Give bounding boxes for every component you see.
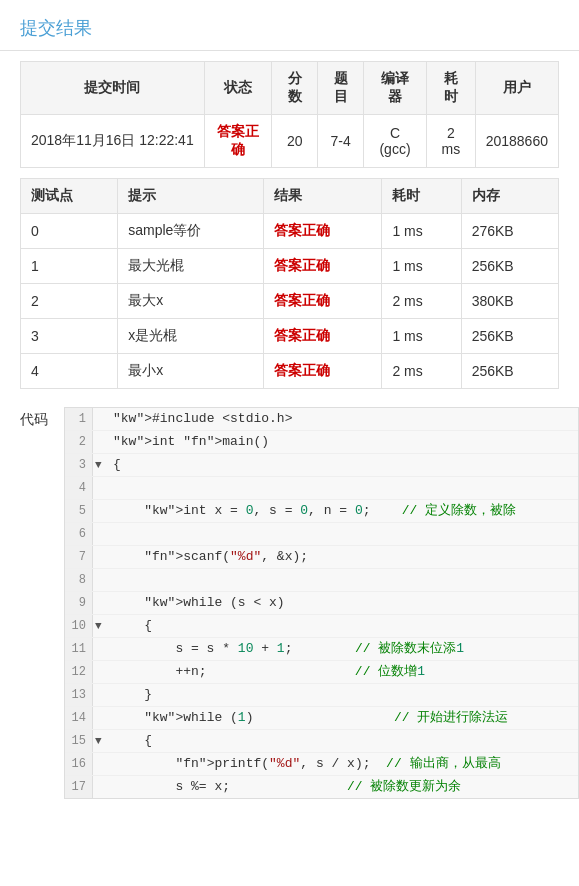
test-points-section: 测试点 提示 结果 耗时 内存 0 sample等价 答案正确 1 ms 276… (0, 168, 579, 389)
test-hint: 最大x (118, 284, 263, 319)
test-mem: 256KB (461, 249, 558, 284)
line-number: 10 (65, 615, 93, 637)
submission-summary-section: 提交时间 状态 分数 题目 编译器 耗时 用户 2018年11月16日 12:2… (0, 51, 579, 168)
line-number: 1 (65, 408, 93, 430)
col-header-mem: 内存 (461, 179, 558, 214)
test-points-table: 测试点 提示 结果 耗时 内存 0 sample等价 答案正确 1 ms 276… (20, 178, 559, 389)
line-number: 6 (65, 523, 93, 545)
line-code: } (107, 684, 158, 706)
code-line: 7 "fn">scanf("%d", &x); (65, 546, 578, 569)
line-arrow: ▼ (93, 454, 107, 476)
line-code: "kw">while (1) // 开始进行除法运 (107, 707, 514, 729)
test-id: 1 (21, 249, 118, 284)
test-mem: 256KB (461, 354, 558, 389)
test-time: 2 ms (382, 354, 461, 389)
test-result: 答案正确 (263, 249, 382, 284)
test-hint: sample等价 (118, 214, 263, 249)
test-hint: 最大光棍 (118, 249, 263, 284)
code-line: 15▼ { (65, 730, 578, 753)
code-line: 16 "fn">printf("%d", s / x); // 输出商，从最高 (65, 753, 578, 776)
submission-score: 20 (272, 115, 318, 168)
test-id: 0 (21, 214, 118, 249)
code-line: 6 (65, 523, 578, 546)
line-number: 17 (65, 776, 93, 798)
test-result: 答案正确 (263, 319, 382, 354)
col-header-time: 耗时 (382, 179, 461, 214)
line-number: 12 (65, 661, 93, 683)
test-result: 答案正确 (263, 354, 382, 389)
submission-status: 答案正确 (204, 115, 271, 168)
line-code: ++n; // 位数增1 (107, 661, 431, 683)
col-header-compiler: 编译器 (364, 62, 427, 115)
line-number: 14 (65, 707, 93, 729)
test-id: 3 (21, 319, 118, 354)
col-header-user: 用户 (475, 62, 558, 115)
test-mem: 276KB (461, 214, 558, 249)
submission-time: 2018年11月16日 12:22:41 (21, 115, 205, 168)
code-box[interactable]: 1"kw">#include <stdio.h>2"kw">int "fn">m… (64, 407, 579, 799)
test-time: 1 ms (382, 214, 461, 249)
code-label: 代码 (20, 407, 52, 429)
line-code: "fn">scanf("%d", &x); (107, 546, 314, 568)
line-number: 8 (65, 569, 93, 591)
test-time: 1 ms (382, 319, 461, 354)
test-result: 答案正确 (263, 214, 382, 249)
line-code: s %= x; // 被除数更新为余 (107, 776, 467, 798)
line-code: "kw">while (s < x) (107, 592, 291, 614)
code-line: 3▼{ (65, 454, 578, 477)
line-number: 4 (65, 477, 93, 499)
line-number: 7 (65, 546, 93, 568)
col-header-problem: 题目 (318, 62, 364, 115)
line-code: { (107, 730, 158, 752)
col-header-timecost: 耗时 (426, 62, 475, 115)
test-id: 2 (21, 284, 118, 319)
line-number: 15 (65, 730, 93, 752)
code-section: 代码 1"kw">#include <stdio.h>2"kw">int "fn… (0, 397, 579, 799)
code-line: 2"kw">int "fn">main() (65, 431, 578, 454)
submission-compiler: C (gcc) (364, 115, 427, 168)
code-line: 8 (65, 569, 578, 592)
code-line: 4 (65, 477, 578, 500)
code-line: 11 s = s * 10 + 1; // 被除数末位添1 (65, 638, 578, 661)
col-header-time: 提交时间 (21, 62, 205, 115)
line-arrow: ▼ (93, 615, 107, 637)
line-number: 11 (65, 638, 93, 660)
test-result: 答案正确 (263, 284, 382, 319)
test-time: 1 ms (382, 249, 461, 284)
line-number: 9 (65, 592, 93, 614)
test-id: 4 (21, 354, 118, 389)
line-code: "fn">printf("%d", s / x); // 输出商，从最高 (107, 753, 507, 775)
code-line: 5 "kw">int x = 0, s = 0, n = 0; // 定义除数，… (65, 500, 578, 523)
line-arrow: ▼ (93, 730, 107, 752)
table-row: 2 最大x 答案正确 2 ms 380KB (21, 284, 559, 319)
submission-table: 提交时间 状态 分数 题目 编译器 耗时 用户 2018年11月16日 12:2… (20, 61, 559, 168)
code-line: 17 s %= x; // 被除数更新为余 (65, 776, 578, 798)
code-line: 9 "kw">while (s < x) (65, 592, 578, 615)
submission-timecost: 2 ms (426, 115, 475, 168)
col-header-status: 状态 (204, 62, 271, 115)
test-time: 2 ms (382, 284, 461, 319)
test-hint: x是光棍 (118, 319, 263, 354)
col-header-score: 分数 (272, 62, 318, 115)
line-number: 5 (65, 500, 93, 522)
line-code: s = s * 10 + 1; // 被除数末位添1 (107, 638, 470, 660)
code-line: 1"kw">#include <stdio.h> (65, 408, 578, 431)
line-code: "kw">int "fn">main() (107, 431, 275, 453)
code-line: 10▼ { (65, 615, 578, 638)
line-code: "kw">int x = 0, s = 0, n = 0; // 定义除数，被除 (107, 500, 522, 522)
col-header-result: 结果 (263, 179, 382, 214)
table-row: 3 x是光棍 答案正确 1 ms 256KB (21, 319, 559, 354)
line-number: 2 (65, 431, 93, 453)
table-row: 4 最小x 答案正确 2 ms 256KB (21, 354, 559, 389)
line-code: { (107, 615, 158, 637)
line-code: "kw">#include <stdio.h> (107, 408, 298, 430)
submission-user: 20188660 (475, 115, 558, 168)
table-row: 2018年11月16日 12:22:41 答案正确 20 7-4 C (gcc)… (21, 115, 559, 168)
table-row: 1 最大光棍 答案正确 1 ms 256KB (21, 249, 559, 284)
code-line: 12 ++n; // 位数增1 (65, 661, 578, 684)
test-mem: 380KB (461, 284, 558, 319)
code-line: 13 } (65, 684, 578, 707)
line-number: 16 (65, 753, 93, 775)
code-line: 14 "kw">while (1) // 开始进行除法运 (65, 707, 578, 730)
page-title: 提交结果 (0, 0, 579, 51)
